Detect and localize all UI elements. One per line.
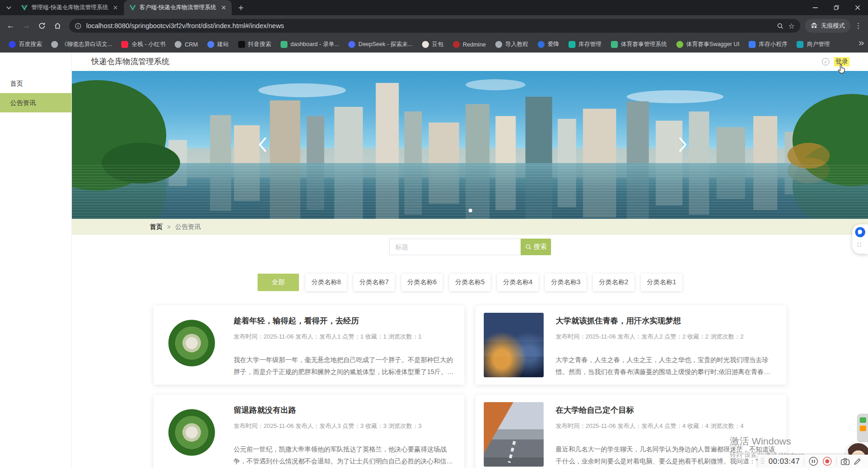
bookmark-item[interactable]: 《聊斋志异白话文...: [47, 39, 116, 51]
search-input[interactable]: [389, 239, 521, 255]
bookmark-item[interactable]: Redmine: [449, 39, 490, 51]
tab-search-icon[interactable]: [3, 2, 15, 14]
bookmark-item[interactable]: 库存小程序: [745, 39, 792, 51]
tab-close-icon[interactable]: [220, 4, 227, 12]
news-card[interactable]: 留退路就没有出路 发布时间：2025-11-06 发布人：发布人3 点赞：3 收…: [153, 395, 464, 468]
incognito-badge: 无痕模式: [805, 19, 850, 33]
favicon: [676, 41, 683, 48]
reload-icon[interactable]: [35, 19, 49, 33]
tab-label: 客户端-快递仓库物流管理系统: [140, 4, 217, 12]
category-tabs: 全部 分类名称8 分类名称7 分类名称6 分类名称5 分类名称4 分类名称3 分…: [258, 274, 682, 291]
bookmark-item[interactable]: 商户管理: [792, 39, 834, 51]
browser-assistant-pill[interactable]: [852, 224, 868, 254]
url-text[interactable]: localhost:8080/springbootcvi3rf2v/front/…: [86, 22, 772, 29]
favicon: [422, 41, 429, 48]
bookmark-item[interactable]: 抖音搜索: [234, 39, 276, 51]
bookmark-item[interactable]: dashboard - 录单...: [276, 39, 344, 51]
sidebar-item-home[interactable]: 首页: [0, 74, 71, 93]
category-tab-all[interactable]: 全部: [258, 274, 299, 291]
category-tab[interactable]: 分类名称3: [545, 274, 586, 291]
annotate-pen-button[interactable]: [854, 458, 861, 465]
bookmark-item[interactable]: 百度搜索: [5, 39, 46, 51]
category-tab[interactable]: 分类名称6: [401, 274, 443, 291]
bookmark-label: 库存管理: [579, 41, 602, 48]
close-button[interactable]: [847, 0, 868, 15]
search-icon: [525, 244, 532, 250]
bookmarks-overflow-icon[interactable]: [858, 40, 864, 48]
bookmark-item[interactable]: 体育赛事管理系统: [607, 39, 671, 51]
bookmark-item[interactable]: 体育赛事Swagger UI: [672, 39, 744, 51]
zoom-icon[interactable]: [777, 23, 784, 29]
category-tab[interactable]: 分类名称7: [353, 274, 395, 291]
card-title[interactable]: 趁着年轻，输得起，看得开，去经历: [234, 316, 454, 326]
app-header: 快递仓库物流管理系统 ✓ 登录: [72, 53, 868, 71]
minimize-button[interactable]: [804, 0, 826, 15]
bookmark-label: Redmine: [463, 41, 486, 48]
breadcrumb-separator: >: [167, 224, 170, 230]
bookmark-item[interactable]: 豆包: [418, 39, 448, 51]
news-card-grid: 趁着年轻，输得起，看得开，去经历 发布时间：2025-11-06 发布人：发布人…: [153, 305, 786, 468]
bookmark-item[interactable]: 爱降: [534, 39, 563, 51]
card-excerpt: 我在大学一年级那一年，毫无悬念地把自己吃成了一个胖子。不是那种巨大的胖子，而是介…: [234, 354, 454, 378]
card-meta: 发布时间：2025-11-06 发布人：发布人1 点赞：1 收藏：1 浏览次数：…: [234, 333, 454, 341]
tab-strip: 管理端-快递仓库物流管理系统 客户端-快递仓库物流管理系统: [0, 0, 868, 15]
site-info-icon[interactable]: [75, 23, 82, 29]
news-card[interactable]: 大学就该抓住青春，用汗水实现梦想 发布时间：2025-11-06 发布人：发布人…: [475, 305, 786, 385]
breadcrumb-home[interactable]: 首页: [150, 223, 163, 231]
favicon: [611, 41, 618, 48]
bookmark-label: DeepSeek - 探索未...: [358, 41, 412, 48]
bookmark-item[interactable]: 导入教程: [491, 39, 533, 51]
favicon: [238, 41, 245, 48]
carousel-dot[interactable]: [469, 209, 472, 212]
carousel-next-icon[interactable]: [674, 136, 691, 153]
mouse-hand-cursor: [837, 63, 847, 76]
card-image-planet-collage: [162, 313, 222, 377]
category-tab[interactable]: 分类名称1: [641, 274, 682, 291]
tab-close-icon[interactable]: [112, 4, 119, 12]
news-card[interactable]: 趁着年轻，输得起，看得开，去经历 发布时间：2025-11-06 发布人：发布人…: [153, 305, 464, 385]
bookmark-label: 百度搜索: [19, 41, 42, 48]
browser-menu-icon[interactable]: ⋮: [852, 22, 864, 30]
category-tab[interactable]: 分类名称4: [497, 274, 539, 291]
bookmark-item[interactable]: DeepSeek - 探索未...: [344, 39, 416, 51]
forward-icon[interactable]: →: [19, 19, 33, 33]
breadcrumb: 首页 > 公告资讯: [72, 219, 868, 235]
tab-client[interactable]: 客户端-快递仓库物流管理系统: [124, 0, 232, 15]
card-title[interactable]: 留退路就没有出路: [234, 405, 454, 415]
favicon: [175, 41, 182, 48]
back-icon[interactable]: ←: [4, 19, 18, 33]
new-tab-button[interactable]: [235, 1, 247, 14]
search-button[interactable]: 搜索: [521, 239, 551, 255]
stop-record-button[interactable]: [822, 456, 832, 466]
pause-button[interactable]: [809, 456, 818, 466]
bookmark-label: 全栈 - 小红书: [131, 41, 165, 48]
category-tab[interactable]: 分类名称2: [593, 274, 634, 291]
news-card[interactable]: 在大学给自己定个目标 发布时间：2025-11-06 发布人：发布人4 点赞：4…: [475, 395, 786, 468]
page-title: 快递仓库物流管理系统: [91, 53, 170, 71]
category-tab[interactable]: 分类名称5: [449, 274, 491, 291]
bookmark-label: 爱降: [548, 41, 559, 48]
category-tab[interactable]: 分类名称8: [305, 274, 347, 291]
sidebar-item-news[interactable]: 公告资讯: [0, 93, 71, 112]
drag-handle-icon[interactable]: [761, 458, 764, 465]
bookmark-item[interactable]: 全栈 - 小红书: [117, 39, 170, 51]
bookmark-star-icon[interactable]: ☆: [788, 22, 795, 30]
screenshot-camera-button[interactable]: [841, 458, 850, 465]
collapsed-widget[interactable]: [857, 414, 868, 442]
card-title[interactable]: 大学就该抓住青春，用汗水实现梦想: [556, 316, 776, 326]
check-circle-icon[interactable]: ✓: [822, 58, 829, 65]
tab-admin[interactable]: 管理端-快递仓库物流管理系统: [16, 0, 124, 15]
bookmark-label: 抖音搜索: [248, 41, 271, 48]
card-excerpt: 最近和几名大一的学生聊天，几名同学认为身边的人普遍都很迷茫，不知道该干什么，业余…: [556, 443, 776, 467]
bookmark-item[interactable]: 库存管理: [564, 39, 606, 51]
address-bar[interactable]: localhost:8080/springbootcvi3rf2v/front/…: [69, 19, 800, 33]
home-icon[interactable]: [51, 19, 65, 33]
favicon: [51, 41, 58, 48]
restore-button[interactable]: [826, 0, 847, 15]
bookmark-item[interactable]: 建站: [203, 39, 233, 51]
bookmark-item[interactable]: CRM: [170, 39, 202, 51]
incognito-label: 无痕模式: [821, 22, 845, 30]
card-title[interactable]: 在大学给自己定个目标: [556, 405, 776, 415]
divider: [804, 458, 804, 465]
carousel-prev-icon[interactable]: [254, 136, 271, 153]
